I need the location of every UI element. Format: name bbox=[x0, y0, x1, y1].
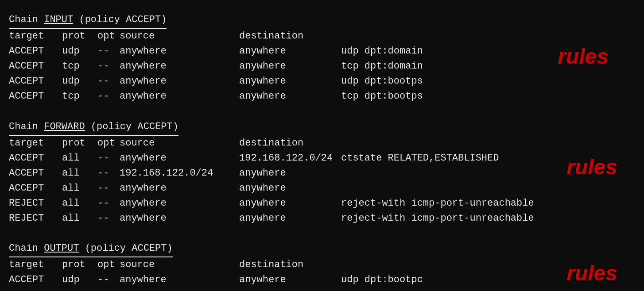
forward-header-row: target prot opt source destination bbox=[9, 136, 635, 151]
opt-cell: -- bbox=[97, 59, 120, 74]
rules-label-2: rules bbox=[566, 155, 617, 179]
extra-cell: reject-with icmp-port-unreachable bbox=[341, 211, 635, 226]
destination-cell: 192.168.122.0/24 bbox=[239, 151, 341, 166]
prot-cell: udp bbox=[62, 74, 97, 89]
target-cell: REJECT bbox=[9, 211, 62, 226]
source-cell: anywhere bbox=[120, 211, 239, 226]
extra-cell bbox=[341, 181, 635, 196]
prot-cell: tcp bbox=[62, 59, 97, 74]
chain-forward-header: Chain FORWARD (policy ACCEPT) bbox=[9, 119, 178, 136]
opt-cell: -- bbox=[97, 181, 120, 196]
destination-cell: anywhere bbox=[239, 166, 341, 181]
col-opt-label: opt bbox=[97, 257, 120, 272]
col-destination-label: destination bbox=[239, 257, 341, 272]
rules-label-3: rules bbox=[566, 261, 617, 285]
col-destination-label: destination bbox=[239, 136, 341, 151]
target-cell: ACCEPT bbox=[9, 181, 62, 196]
destination-cell: anywhere bbox=[239, 181, 341, 196]
opt-cell: -- bbox=[97, 44, 120, 59]
opt-cell: -- bbox=[97, 166, 120, 181]
table-row: ACCEPT all -- 192.168.122.0/24 anywhere bbox=[9, 166, 635, 181]
chain-input-section: Chain INPUT (policy ACCEPT) bbox=[9, 12, 635, 29]
target-cell: REJECT bbox=[9, 196, 62, 211]
destination-cell: anywhere bbox=[239, 211, 341, 226]
table-row: ACCEPT udp -- anywhere anywhere udp dpt:… bbox=[9, 272, 635, 287]
source-cell: anywhere bbox=[120, 181, 239, 196]
extra-cell: udp dpt:bootps bbox=[341, 74, 635, 89]
destination-cell: anywhere bbox=[239, 89, 341, 104]
output-header-row: target prot opt source destination bbox=[9, 257, 635, 272]
col-source-label: source bbox=[120, 257, 239, 272]
chain-output-section: Chain OUTPUT (policy ACCEPT) bbox=[9, 241, 635, 257]
col-prot-label: prot bbox=[62, 257, 97, 272]
source-cell: anywhere bbox=[120, 151, 239, 166]
prot-cell: all bbox=[62, 151, 97, 166]
opt-cell: -- bbox=[97, 151, 120, 166]
col-source-label: source bbox=[120, 29, 239, 44]
section-gap-2 bbox=[9, 226, 635, 237]
target-cell: ACCEPT bbox=[9, 89, 62, 104]
source-cell: anywhere bbox=[120, 196, 239, 211]
opt-cell: -- bbox=[97, 272, 120, 287]
table-row: ACCEPT all -- anywhere anywhere bbox=[9, 181, 635, 196]
table-row: ACCEPT udp -- anywhere anywhere udp dpt:… bbox=[9, 74, 635, 89]
chain-output-header: Chain OUTPUT (policy ACCEPT) bbox=[9, 241, 173, 257]
destination-cell: anywhere bbox=[239, 59, 341, 74]
col-target-label: target bbox=[9, 136, 62, 151]
prot-cell: tcp bbox=[62, 89, 97, 104]
opt-cell: -- bbox=[97, 211, 120, 226]
input-header-row: target prot opt source destination bbox=[9, 29, 635, 44]
source-cell: anywhere bbox=[120, 59, 239, 74]
target-cell: ACCEPT bbox=[9, 44, 62, 59]
source-cell: anywhere bbox=[120, 74, 239, 89]
opt-cell: -- bbox=[97, 74, 120, 89]
target-cell: ACCEPT bbox=[9, 151, 62, 166]
source-cell: anywhere bbox=[120, 272, 239, 287]
destination-cell: anywhere bbox=[239, 74, 341, 89]
prot-cell: udp bbox=[62, 272, 97, 287]
col-prot-label: prot bbox=[62, 136, 97, 151]
col-target-label: target bbox=[9, 257, 62, 272]
col-destination-label: destination bbox=[239, 29, 341, 44]
table-row: REJECT all -- anywhere anywhere reject-w… bbox=[9, 196, 635, 211]
table-row: ACCEPT udp -- anywhere anywhere udp dpt:… bbox=[9, 44, 635, 59]
source-cell: anywhere bbox=[120, 89, 239, 104]
destination-cell: anywhere bbox=[239, 44, 341, 59]
table-row: REJECT all -- anywhere anywhere reject-w… bbox=[9, 211, 635, 226]
table-row: ACCEPT all -- anywhere 192.168.122.0/24 … bbox=[9, 151, 635, 166]
table-row: ACCEPT tcp -- anywhere anywhere tcp dpt:… bbox=[9, 89, 635, 104]
source-cell: 192.168.122.0/24 bbox=[120, 166, 239, 181]
prot-cell: all bbox=[62, 211, 97, 226]
chain-input-header: Chain INPUT (policy ACCEPT) bbox=[9, 12, 167, 29]
extra-cell: reject-with icmp-port-unreachable bbox=[341, 196, 635, 211]
prot-cell: udp bbox=[62, 44, 97, 59]
prot-cell: all bbox=[62, 196, 97, 211]
prot-cell: all bbox=[62, 181, 97, 196]
target-cell: ACCEPT bbox=[9, 74, 62, 89]
terminal-window: Chain INPUT (policy ACCEPT) target prot … bbox=[0, 0, 644, 291]
section-gap-1 bbox=[9, 104, 635, 115]
destination-cell: anywhere bbox=[239, 272, 341, 287]
rules-label-1: rules bbox=[558, 44, 609, 69]
col-target-label: target bbox=[9, 29, 62, 44]
source-cell: anywhere bbox=[120, 44, 239, 59]
opt-cell: -- bbox=[97, 196, 120, 211]
prot-cell: all bbox=[62, 166, 97, 181]
col-source-label: source bbox=[120, 136, 239, 151]
chain-forward-section: Chain FORWARD (policy ACCEPT) bbox=[9, 119, 635, 136]
target-cell: ACCEPT bbox=[9, 272, 62, 287]
extra-cell: tcp dpt:bootps bbox=[341, 89, 635, 104]
target-cell: ACCEPT bbox=[9, 166, 62, 181]
target-cell: ACCEPT bbox=[9, 59, 62, 74]
destination-cell: anywhere bbox=[239, 196, 341, 211]
col-opt-label: opt bbox=[97, 29, 120, 44]
col-opt-label: opt bbox=[97, 136, 120, 151]
opt-cell: -- bbox=[97, 89, 120, 104]
table-row: ACCEPT tcp -- anywhere anywhere tcp dpt:… bbox=[9, 59, 635, 74]
col-prot-label: prot bbox=[62, 29, 97, 44]
